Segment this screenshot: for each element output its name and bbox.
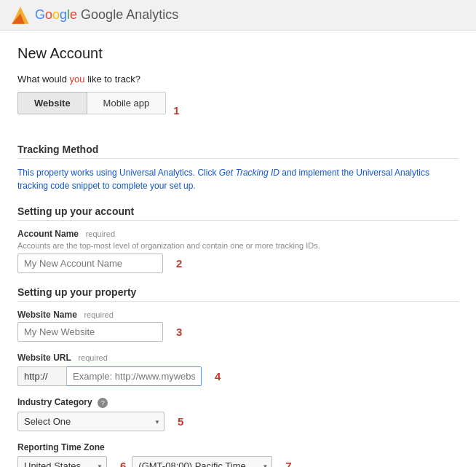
website-name-label: Website Name [17,310,77,320]
timezone-select-wrapper: (GMT-08:00) Pacific Time (GMT-07:00) Mou… [132,456,272,467]
website-name-input[interactable] [17,322,163,342]
google-logo-icon [10,5,31,25]
website-name-required: required [84,310,113,319]
account-name-desc: Accounts are the top-most level of organ… [17,241,459,250]
you-highlight: you [70,74,85,85]
protocol-select[interactable]: http:// https:// [24,371,60,382]
industry-select-row: Select One Arts & Entertainment Business… [17,412,459,431]
account-name-group: Account Name required Accounts are the t… [17,228,459,273]
track-question: What would you like to track? [17,74,459,85]
url-row: http:// https:// [17,366,202,386]
logo-o2: o [52,7,60,22]
step6-label: 6 [120,460,126,467]
step5-label: 5 [178,415,183,428]
logo-e: e [70,7,77,22]
website-url-input[interactable] [66,366,202,386]
timezone-select-row: United States Canada United Kingdom 6 (G… [17,456,459,467]
main-content: New Account What would you like to track… [0,31,476,467]
industry-select-wrapper: Select One Arts & Entertainment Business… [17,412,164,431]
url-protocol-dropdown[interactable]: http:// https:// [17,366,66,386]
tracking-method-info: This property works using Universal Anal… [17,166,459,192]
track-type-row: Website Mobile app 1 [17,92,459,129]
mobile-app-button[interactable]: Mobile app [87,92,167,114]
logo-g: G [35,7,45,22]
website-url-group: Website URL required http:// https:// 4 [17,352,459,386]
page-title: New Account [17,45,459,62]
property-setup-header: Setting up your property [17,286,459,302]
step1-label: 1 [173,104,179,117]
logo-o1: o [45,7,52,22]
account-setup-header: Setting up your account [17,205,459,221]
tracking-method-header: Tracking Method [17,144,459,159]
step2-label: 2 [176,257,182,270]
country-select[interactable]: United States Canada United Kingdom [17,456,107,467]
account-name-input[interactable] [17,254,163,273]
header: Google Google Analytics [0,0,476,31]
app-title: Google Google Analytics [35,7,178,23]
tracking-desc-start: This property works using Universal Anal… [17,168,219,178]
timezone-select[interactable]: (GMT-08:00) Pacific Time (GMT-07:00) Mou… [132,456,272,467]
website-url-label-row: Website URL required [17,352,459,363]
account-name-required: required [86,229,115,238]
step3-label: 3 [176,326,182,338]
industry-help-icon[interactable]: ? [98,398,108,408]
timezone-group: Reporting Time Zone United States Canada… [17,442,459,467]
website-url-required: required [78,353,107,362]
website-url-input-row: http:// https:// 4 [17,366,459,386]
website-url-label: Website URL [17,353,71,363]
industry-category-group: Industry Category ? Select One Arts & En… [17,396,459,431]
timezone-label-row: Reporting Time Zone [17,442,459,452]
account-name-label-row: Account Name required [17,228,459,239]
industry-label: Industry Category [17,397,92,407]
industry-select[interactable]: Select One Arts & Entertainment Business… [17,412,164,431]
website-name-input-row: 3 [17,322,459,342]
logo-g2: g [60,7,67,22]
country-select-wrapper: United States Canada United Kingdom [17,456,107,467]
step7-label: 7 [285,460,291,467]
track-buttons-group: Website Mobile app [17,92,166,114]
account-name-input-row: 2 [17,254,459,273]
industry-label-row: Industry Category ? [17,396,459,408]
timezone-label: Reporting Time Zone [17,442,105,452]
website-name-group: Website Name required 3 [17,309,459,342]
website-button[interactable]: Website [17,92,87,114]
website-name-label-row: Website Name required [17,309,459,320]
step4-label: 4 [215,370,221,382]
logo-container: Google Google Analytics [10,5,178,25]
analytics-text: Google Analytics [81,7,178,22]
account-name-label: Account Name [17,229,79,239]
get-tracking-id-link[interactable]: Get Tracking ID [219,168,279,178]
